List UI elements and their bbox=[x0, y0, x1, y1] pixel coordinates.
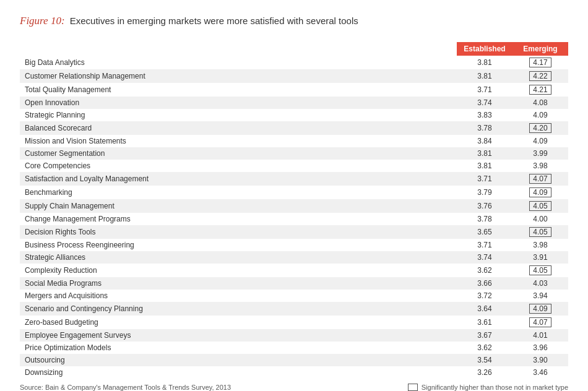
tool-name-cell: Decision Rights Tools bbox=[20, 225, 457, 239]
highlight-box: 4.22 bbox=[529, 71, 551, 81]
emerging-value: 3.90 bbox=[512, 354, 568, 366]
established-value: 3.61 bbox=[457, 316, 512, 329]
table-row: Open Innovation3.744.08 bbox=[20, 97, 568, 109]
table-row: Zero-based Budgeting3.614.07 bbox=[20, 316, 568, 329]
emerging-value: 4.07 bbox=[512, 172, 568, 186]
table-row: Balanced Scorecard3.784.20 bbox=[20, 121, 568, 135]
established-value: 3.65 bbox=[457, 225, 512, 239]
table-row: Outsourcing3.543.90 bbox=[20, 354, 568, 366]
established-value: 3.64 bbox=[457, 302, 512, 316]
emerging-value: 4.05 bbox=[512, 199, 568, 213]
highlight-box: 4.09 bbox=[529, 187, 551, 197]
table-row: Customer Relationship Management3.814.22 bbox=[20, 69, 568, 83]
highlight-box: 4.05 bbox=[529, 265, 551, 275]
emerging-value: 4.22 bbox=[512, 69, 568, 83]
established-value: 3.81 bbox=[457, 160, 512, 172]
table-row: Price Optimization Models3.623.96 bbox=[20, 342, 568, 354]
tool-name-cell: Price Optimization Models bbox=[20, 342, 457, 354]
established-value: 3.81 bbox=[457, 147, 512, 160]
source-text: Source: Bain & Company's Management Tool… bbox=[20, 384, 231, 391]
tool-name-cell: Mission and Vision Statements bbox=[20, 135, 457, 147]
tool-name-cell: Total Quality Management bbox=[20, 83, 457, 97]
tool-name-cell: Mergers and Acquisitions bbox=[20, 290, 457, 302]
established-value: 3.81 bbox=[457, 69, 512, 83]
emerging-value: 4.09 bbox=[512, 186, 568, 199]
emerging-value: 4.20 bbox=[512, 121, 568, 135]
table-container: Established Emerging Big Data Analytics3… bbox=[20, 42, 568, 379]
table-row: Mission and Vision Statements3.844.09 bbox=[20, 135, 568, 147]
emerging-value: 4.03 bbox=[512, 277, 568, 290]
table-row: Core Competencies3.813.98 bbox=[20, 160, 568, 172]
legend-text: Significantly higher than those not in m… bbox=[422, 384, 568, 391]
tool-name-cell: Strategic Alliances bbox=[20, 251, 457, 264]
emerging-value: 3.91 bbox=[512, 251, 568, 264]
col-header-emerging: Emerging bbox=[512, 42, 568, 56]
table-row: Employee Engagement Surveys3.674.01 bbox=[20, 329, 568, 342]
table-row: Customer Segmentation3.813.99 bbox=[20, 147, 568, 160]
established-value: 3.72 bbox=[457, 290, 512, 302]
highlight-box: 4.07 bbox=[529, 317, 551, 327]
established-value: 3.78 bbox=[457, 213, 512, 225]
established-value: 3.74 bbox=[457, 97, 512, 109]
highlight-box: 4.17 bbox=[529, 58, 551, 67]
table-row: Change Management Programs3.784.00 bbox=[20, 213, 568, 225]
table-row: Complexity Reduction3.624.05 bbox=[20, 264, 568, 277]
tool-name-cell: Employee Engagement Surveys bbox=[20, 329, 457, 342]
table-row: Total Quality Management3.714.21 bbox=[20, 83, 568, 97]
established-value: 3.71 bbox=[457, 239, 512, 251]
highlight-box: 4.05 bbox=[529, 201, 551, 211]
emerging-value: 3.96 bbox=[512, 342, 568, 354]
legend-box-icon bbox=[408, 384, 418, 391]
tool-name-cell: Business Process Reengineering bbox=[20, 239, 457, 251]
established-value: 3.67 bbox=[457, 329, 512, 342]
tool-name-cell: Balanced Scorecard bbox=[20, 121, 457, 135]
table-row: Downsizing3.263.46 bbox=[20, 366, 568, 379]
col-header-established: Established bbox=[457, 42, 512, 56]
emerging-value: 4.07 bbox=[512, 316, 568, 329]
emerging-value: 3.98 bbox=[512, 239, 568, 251]
established-value: 3.62 bbox=[457, 342, 512, 354]
table-row: Strategic Planning3.834.09 bbox=[20, 109, 568, 121]
established-value: 3.79 bbox=[457, 186, 512, 199]
table-row: Mergers and Acquisitions3.723.94 bbox=[20, 290, 568, 302]
table-row: Big Data Analytics3.814.17 bbox=[20, 56, 568, 69]
emerging-value: 4.17 bbox=[512, 56, 568, 69]
table-row: Supply Chain Management3.764.05 bbox=[20, 199, 568, 213]
tool-name-cell: Customer Relationship Management bbox=[20, 69, 457, 83]
established-value: 3.76 bbox=[457, 199, 512, 213]
tool-name-cell: Downsizing bbox=[20, 366, 457, 379]
table-row: Strategic Alliances3.743.91 bbox=[20, 251, 568, 264]
table-row: Benchmarking3.794.09 bbox=[20, 186, 568, 199]
tool-name-cell: Zero-based Budgeting bbox=[20, 316, 457, 329]
emerging-value: 4.00 bbox=[512, 213, 568, 225]
established-value: 3.84 bbox=[457, 135, 512, 147]
emerging-value: 4.05 bbox=[512, 225, 568, 239]
tool-name-cell: Supply Chain Management bbox=[20, 199, 457, 213]
established-value: 3.78 bbox=[457, 121, 512, 135]
highlight-box: 4.05 bbox=[529, 227, 551, 237]
emerging-value: 4.08 bbox=[512, 97, 568, 109]
emerging-value: 3.99 bbox=[512, 147, 568, 160]
established-value: 3.81 bbox=[457, 56, 512, 69]
figure-label: Figure 10: bbox=[20, 15, 65, 27]
emerging-value: 4.05 bbox=[512, 264, 568, 277]
highlight-box: 4.21 bbox=[529, 85, 551, 95]
established-value: 3.71 bbox=[457, 83, 512, 97]
figure-title: Figure 10: Executives in emerging market… bbox=[20, 15, 568, 27]
emerging-value: 3.46 bbox=[512, 366, 568, 379]
col-header-tool bbox=[20, 42, 457, 56]
established-value: 3.26 bbox=[457, 366, 512, 379]
table-row: Business Process Reengineering3.713.98 bbox=[20, 239, 568, 251]
highlight-box: 4.07 bbox=[529, 174, 551, 184]
highlight-box: 4.09 bbox=[529, 304, 551, 314]
tool-name-cell: Core Competencies bbox=[20, 160, 457, 172]
tool-name-cell: Outsourcing bbox=[20, 354, 457, 366]
established-value: 3.54 bbox=[457, 354, 512, 366]
established-value: 3.66 bbox=[457, 277, 512, 290]
table-row: Decision Rights Tools3.654.05 bbox=[20, 225, 568, 239]
tool-name-cell: Benchmarking bbox=[20, 186, 457, 199]
table-row: Satisfaction and Loyalty Management3.714… bbox=[20, 172, 568, 186]
emerging-value: 4.21 bbox=[512, 83, 568, 97]
legend: Significantly higher than those not in m… bbox=[408, 384, 568, 391]
established-value: 3.83 bbox=[457, 109, 512, 121]
